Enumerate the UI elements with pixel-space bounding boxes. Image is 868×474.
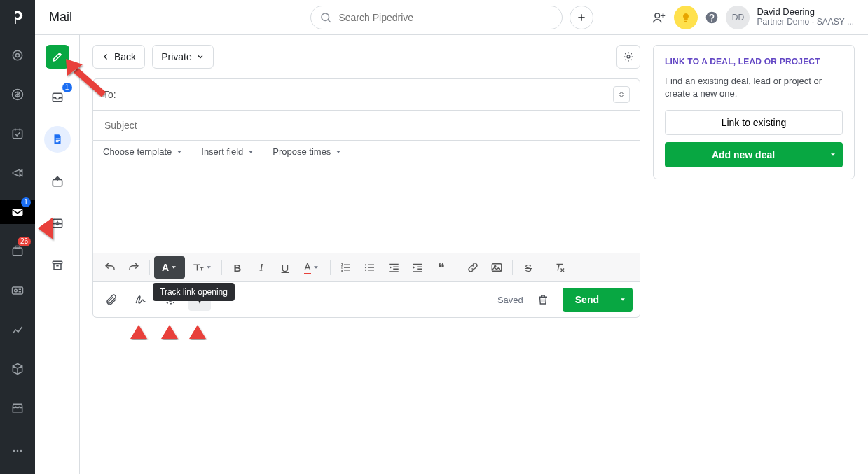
font-style-dropdown[interactable]: A [154,256,185,279]
attachment-button[interactable] [100,288,123,311]
help-button[interactable] [705,11,719,25]
archive-icon [50,258,64,272]
bold-button[interactable]: B [226,256,249,279]
unordered-list-button[interactable] [359,256,381,279]
to-input[interactable] [130,88,606,101]
choose-template-dropdown[interactable]: Choose template [103,146,183,157]
svg-rect-4 [13,209,23,216]
email-composer: Back Private To: [92,45,640,318]
pipedrive-logo[interactable] [7,7,28,28]
send-button[interactable]: Send [563,288,612,312]
mail-badge: 1 [21,197,31,207]
mail-sent[interactable] [44,210,71,237]
send-options-dropdown[interactable] [612,288,633,312]
search-icon [319,11,332,24]
svg-rect-3 [13,130,22,139]
back-button[interactable]: Back [92,45,145,69]
user-menu[interactable]: David Deering Partner Demo - SAASY ... [757,7,854,27]
clear-formatting-button[interactable] [549,256,571,279]
signature-button[interactable] [130,288,152,311]
redo-button[interactable] [123,256,145,279]
paperclip-icon [105,293,118,306]
nav-projects[interactable]: 26 [0,239,35,263]
font-a-icon: A [162,262,169,273]
outdent-button[interactable] [383,256,405,279]
delete-draft-button[interactable] [532,288,554,311]
link-icon [467,261,479,274]
caret-down-icon [312,264,319,271]
svg-point-14 [706,11,718,23]
add-deal-dropdown[interactable] [822,142,843,167]
unordered-list-icon [364,261,376,274]
visibility-label: Private [161,51,192,62]
nav-deals[interactable] [0,83,35,106]
invite-users-button[interactable] [652,10,667,25]
inbox-icon [50,90,64,104]
mail-drafts[interactable] [44,126,71,153]
outdent-icon [387,261,400,274]
nav-marketplace[interactable] [0,396,35,420]
global-search-input[interactable] [338,11,553,24]
nav-activities[interactable] [0,122,35,146]
nav-more[interactable] [0,439,35,463]
text-color-dropdown[interactable]: A [298,256,326,279]
ordered-list-button[interactable] [335,256,357,279]
nav-insights[interactable] [0,318,35,342]
svg-rect-18 [53,261,62,263]
expand-recipients-button[interactable] [613,86,630,103]
underline-button[interactable]: U [274,256,296,279]
italic-button[interactable]: I [250,256,273,279]
nav-campaigns[interactable] [0,161,35,185]
nav-leads[interactable] [0,43,35,67]
subject-input[interactable] [103,119,630,132]
mail-archive[interactable] [44,252,71,279]
font-size-dropdown[interactable] [186,256,217,279]
link-panel-text: Find an existing deal, lead or project o… [665,75,843,100]
indent-button[interactable] [406,256,429,279]
font-size-icon [191,261,205,274]
add-deal-button[interactable]: Add new deal [665,142,822,167]
nav-mail[interactable]: 1 [0,200,35,224]
link-panel: LINK TO A DEAL, LEAD OR PROJECT Find an … [653,45,855,179]
image-button[interactable] [485,256,508,279]
composer-settings-button[interactable] [616,45,640,69]
visibility-dropdown[interactable]: Private [152,45,214,69]
sent-icon [50,216,64,230]
quote-icon: ❝ [438,260,445,275]
subject-field-row[interactable] [93,111,640,140]
insert-field-dropdown[interactable]: Insert field [201,146,254,157]
nav-products[interactable] [0,357,35,381]
draft-icon [51,133,64,146]
link-existing-button[interactable]: Link to existing [665,110,843,135]
compose-button[interactable] [46,45,69,69]
caret-down-icon [176,148,183,155]
mail-inbox[interactable]: 1 [44,84,71,111]
svg-point-0 [13,50,22,60]
sales-assistant-button[interactable] [674,6,698,29]
user-avatar[interactable]: DD [726,6,750,29]
to-field-row[interactable]: To: [93,79,640,111]
redo-icon [128,261,140,274]
caret-down-icon [205,264,212,271]
strikethrough-button[interactable]: S [517,256,539,279]
email-body-editor[interactable] [92,162,640,253]
mail-outbox[interactable] [44,168,71,195]
propose-times-dropdown[interactable]: Propose times [273,146,342,157]
primary-nav-rail: 1 26 [0,0,35,474]
global-search[interactable] [310,6,563,29]
svg-point-20 [365,264,366,265]
svg-point-21 [365,267,366,268]
app-title: Mail [49,10,72,25]
nav-contacts[interactable] [0,279,35,302]
lightbulb-icon [680,12,691,23]
link-button[interactable] [462,256,484,279]
quote-button[interactable]: ❝ [430,256,453,279]
indent-icon [411,261,424,274]
chevron-down-icon [196,53,205,61]
quick-add-button[interactable] [570,6,593,29]
topbar: Mail DD David Deering Partner Demo - SAA… [35,0,868,35]
expand-icon [617,90,626,99]
svg-rect-15 [53,93,62,102]
inbox-badge: 1 [62,83,72,92]
undo-button[interactable] [99,256,121,279]
